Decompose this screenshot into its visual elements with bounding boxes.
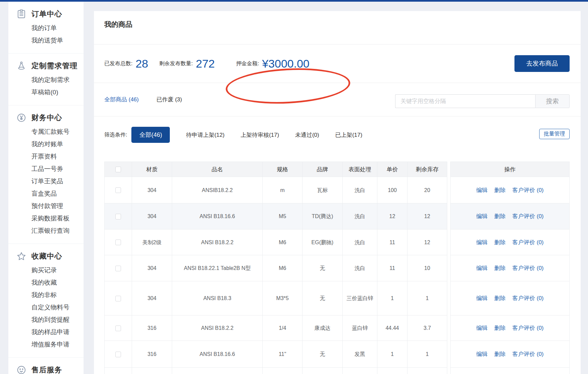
sidebar-section-0: 订单中心我的订单我的送货单: [8, 2, 84, 54]
sidebar-section-header[interactable]: 收藏中心: [8, 251, 84, 262]
sidebar-section-header[interactable]: 售后服务: [8, 364, 84, 374]
sidebar-item[interactable]: 汇票银行查询: [8, 224, 84, 237]
cell-row1-col4: 洗白: [343, 203, 377, 229]
cell-row3-col0: 304: [132, 255, 172, 281]
row-actions-cell: 编辑删除客户评价 (0): [451, 229, 570, 255]
sidebar-item[interactable]: 增值服务申请: [8, 338, 84, 351]
edit-link[interactable]: 编辑: [476, 265, 488, 271]
sidebar-item[interactable]: 我的到货提醒: [8, 313, 84, 326]
sidebar-item[interactable]: 订单王奖品: [8, 175, 84, 187]
customer-review-link[interactable]: 客户评价 (0): [512, 325, 544, 331]
cell-row1-col5: 12: [377, 203, 407, 229]
column-header-4: 表面处理: [343, 162, 377, 177]
customer-review-link[interactable]: 客户评价 (0): [512, 351, 544, 357]
delete-link[interactable]: 删除: [494, 187, 506, 193]
row-checkbox[interactable]: [115, 240, 121, 245]
cell-row2-col0: 美制2级: [132, 229, 172, 255]
table-row-6: 316ANSI B18.16.611"无发黑11编辑删除客户评价 (0): [105, 341, 570, 368]
table-row-0: 304ANSIB18.2.2m瓦标洗白10020编辑删除客户评价 (0): [105, 177, 570, 203]
search-input[interactable]: [395, 94, 535, 108]
sidebar-item[interactable]: 草稿箱(0): [8, 86, 84, 98]
cell-row6-col4: 发黑: [343, 341, 377, 368]
edit-link[interactable]: 编辑: [476, 213, 488, 219]
cell-row4-col2: M3*5: [263, 281, 303, 315]
customer-review-link[interactable]: 客户评价 (0): [512, 265, 544, 271]
filter-option-0[interactable]: 全部(46): [131, 127, 170, 143]
sidebar-item[interactable]: 我的非标: [8, 289, 84, 301]
row-checkbox[interactable]: [115, 325, 121, 331]
sidebar-item[interactable]: 我的对账单: [8, 138, 84, 150]
sidebar-item[interactable]: 盲盒奖品: [8, 187, 84, 200]
edit-link[interactable]: 编辑: [476, 239, 488, 246]
sidebar-item[interactable]: 自定义物料号: [8, 301, 84, 313]
sidebar-item[interactable]: 我的样品申请: [8, 326, 84, 338]
yen-icon: [16, 112, 27, 123]
row-actions-cell: 编辑删除客户评价 (0): [451, 203, 570, 229]
header-gap-cell: [447, 162, 451, 177]
my-products-panel: 我的商品 已发布总数: 28 剩余发布数量: 272 押金金额: ¥3000.0…: [94, 11, 581, 374]
sidebar-section-header[interactable]: 财务中心: [8, 112, 84, 123]
filter-option-1[interactable]: 待申请上架(12): [186, 131, 224, 139]
delete-link[interactable]: 删除: [494, 239, 506, 246]
select-all-checkbox[interactable]: [115, 167, 121, 172]
customer-review-link[interactable]: 客户评价 (0): [512, 187, 544, 193]
cell-row3-col3: 无: [303, 255, 343, 281]
row-checkbox-cell: [105, 203, 132, 229]
sidebar-section-header[interactable]: 定制需求管理: [8, 60, 84, 72]
tab-1[interactable]: 已作废 (3): [156, 96, 182, 103]
sidebar-item[interactable]: 我的送货单: [8, 34, 84, 46]
row-checkbox[interactable]: [115, 296, 121, 301]
cell-row1-col3: TD(腾达): [303, 203, 343, 229]
row-checkbox-cell: [105, 281, 132, 315]
sidebar-item[interactable]: 工品一号券: [8, 163, 84, 175]
sidebar-section-header[interactable]: 订单中心: [8, 8, 84, 20]
edit-link[interactable]: 编辑: [476, 325, 488, 331]
row-gap-cell: [447, 281, 451, 315]
sidebar-item[interactable]: 购买记录: [8, 264, 84, 276]
publish-product-button[interactable]: 去发布商品: [514, 55, 570, 72]
delete-link[interactable]: 删除: [494, 265, 506, 271]
row-gap-cell: [447, 255, 451, 281]
row-gap-cell: [447, 368, 451, 374]
filter-option-3[interactable]: 未通过(0): [295, 131, 319, 139]
row-checkbox[interactable]: [115, 352, 121, 357]
smiley-icon: [16, 365, 27, 374]
sidebar-item[interactable]: 开票资料: [8, 150, 84, 163]
sidebar-item[interactable]: 我的收藏: [8, 276, 84, 289]
edit-link[interactable]: 编辑: [476, 351, 488, 357]
sidebar-item[interactable]: 采购数据看板: [8, 212, 84, 224]
cell-row1-col6: 12: [407, 203, 447, 229]
remaining-quota-label: 剩余发布数量:: [159, 60, 193, 67]
cell-row3-col1: ANSI B18.22.1 Table2B N型: [172, 255, 263, 281]
batch-manage-button[interactable]: 批量管理: [539, 129, 570, 139]
edit-link[interactable]: 编辑: [476, 187, 488, 193]
sidebar-item[interactable]: 专属汇款账号: [8, 125, 84, 138]
search-button[interactable]: 搜索: [535, 94, 570, 108]
sidebar-item[interactable]: 预付款管理: [8, 200, 84, 212]
sidebar-item[interactable]: 我的定制需求: [8, 74, 84, 86]
filter-option-2[interactable]: 上架待审核(17): [241, 131, 279, 139]
filter-option-4[interactable]: 已上架(17): [335, 131, 362, 139]
row-checkbox[interactable]: [115, 187, 121, 193]
delete-link[interactable]: 删除: [494, 351, 506, 357]
delete-link[interactable]: 删除: [494, 213, 506, 219]
row-actions-cell: 编辑删除客户评价 (0): [451, 255, 570, 281]
cell-row7-col3: [303, 368, 343, 374]
table-header-row: 材质品名规格品牌表面处理单价剩余库存操作: [105, 162, 570, 177]
edit-link[interactable]: 编辑: [476, 295, 488, 301]
customer-review-link[interactable]: 客户评价 (0): [512, 213, 544, 219]
tab-0[interactable]: 全部商品 (46): [104, 96, 139, 103]
page-title: 我的商品: [104, 20, 581, 29]
cell-row7-col2: [263, 368, 303, 374]
cell-row4-col6: 1: [407, 281, 447, 315]
row-checkbox[interactable]: [115, 266, 121, 271]
cell-row7-col0: [132, 368, 172, 374]
row-checkbox[interactable]: [115, 214, 121, 219]
sidebar-item[interactable]: 我的订单: [8, 22, 84, 34]
delete-link[interactable]: 删除: [494, 325, 506, 331]
customer-review-link[interactable]: 客户评价 (0): [512, 295, 544, 301]
cell-row6-col6: 1: [407, 341, 447, 368]
cell-row6-col5: 1: [377, 341, 407, 368]
customer-review-link[interactable]: 客户评价 (0): [512, 239, 544, 246]
delete-link[interactable]: 删除: [494, 295, 506, 301]
